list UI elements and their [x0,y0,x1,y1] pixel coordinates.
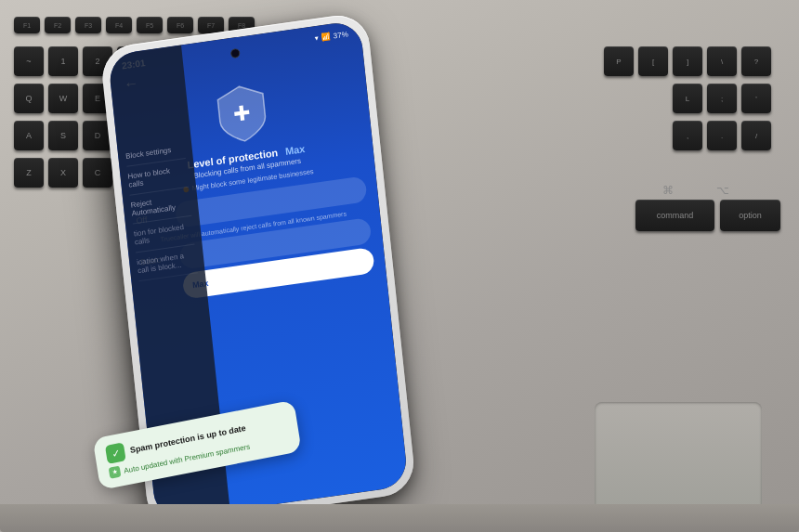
key-f7[interactable]: F7 [198,17,224,33]
key-l[interactable]: L [673,84,702,113]
phone-body: 23:01 ▾ 📶 37% ← ✚ [99,11,417,529]
scene: F1 F2 F3 F4 F5 F6 F7 F8 ~ 1 2 3 4 5 6 Q … [0,0,799,532]
key-f1[interactable]: F1 [14,17,40,33]
key-bracket-r[interactable]: ] [673,46,702,76]
key-bracket[interactable]: [ [638,46,668,76]
right-asdf-row: , . / [673,121,771,150]
key-q[interactable]: Q [14,84,44,113]
command-key[interactable]: command [635,200,714,231]
right-number-row: P [ ] \ ? [604,46,771,76]
key-x[interactable]: X [48,158,78,188]
notification-premium-icon: ★ [109,466,122,479]
svg-text:✚: ✚ [232,101,251,126]
key-tilde[interactable]: ~ [14,46,44,76]
wifi-icon: ▾ [315,34,320,44]
trackpad[interactable] [595,402,762,513]
key-backslash[interactable]: \ [707,46,737,76]
key-1[interactable]: 1 [48,46,78,76]
key-f5[interactable]: F5 [137,17,163,33]
shield-icon: ✚ [213,80,269,147]
key-f6[interactable]: F6 [167,17,193,33]
key-slash[interactable]: / [741,121,771,150]
key-quote[interactable]: ' [741,84,771,113]
command-symbol-icon: ⌘ [662,184,674,197]
key-c[interactable]: C [83,158,112,188]
option-key[interactable]: option [720,200,780,231]
key-s[interactable]: S [48,121,78,150]
key-f3[interactable]: F3 [75,17,101,33]
right-qwerty-row: L ; ' [673,84,771,113]
key-w[interactable]: W [48,84,78,113]
key-f4[interactable]: F4 [106,17,132,33]
laptop-bottom-edge [0,504,799,532]
option-symbol-icon: ⌥ [716,184,729,197]
special-key-row: command option [635,200,780,231]
notification-check-icon: ✓ [105,442,126,464]
signal-icon: 📶 [321,32,331,42]
key-f2[interactable]: F2 [45,17,71,33]
key-z[interactable]: Z [14,158,44,188]
key-question[interactable]: ? [741,46,771,76]
level-max-badge: Max [284,143,305,157]
battery-text: 37% [333,30,348,40]
key-a[interactable]: A [14,121,44,150]
key-semicolon[interactable]: ; [707,84,737,113]
key-period[interactable]: . [707,121,737,150]
key-p[interactable]: P [604,46,634,76]
function-key-row: F1 F2 F3 F4 F5 F6 F7 F8 [14,17,255,33]
status-icons: ▾ 📶 37% [315,30,349,43]
key-comma[interactable]: , [673,121,702,150]
